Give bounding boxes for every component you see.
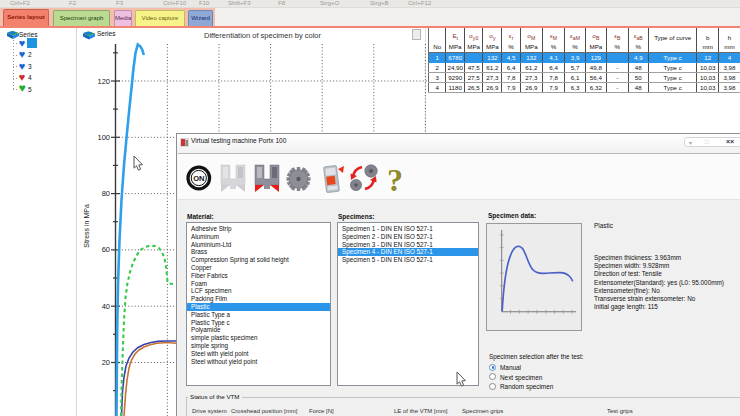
svg-text:?: ? [387,163,403,195]
svg-text:40: 40 [102,302,110,311]
svg-text:80: 80 [102,189,110,198]
svg-text:120: 120 [97,77,110,86]
svg-text:100: 100 [97,133,110,142]
svg-text:20: 20 [102,358,110,367]
svg-text:ON: ON [193,174,204,183]
svg-text:60: 60 [102,245,110,254]
svg-text:Stress in MPa: Stress in MPa [83,204,90,248]
